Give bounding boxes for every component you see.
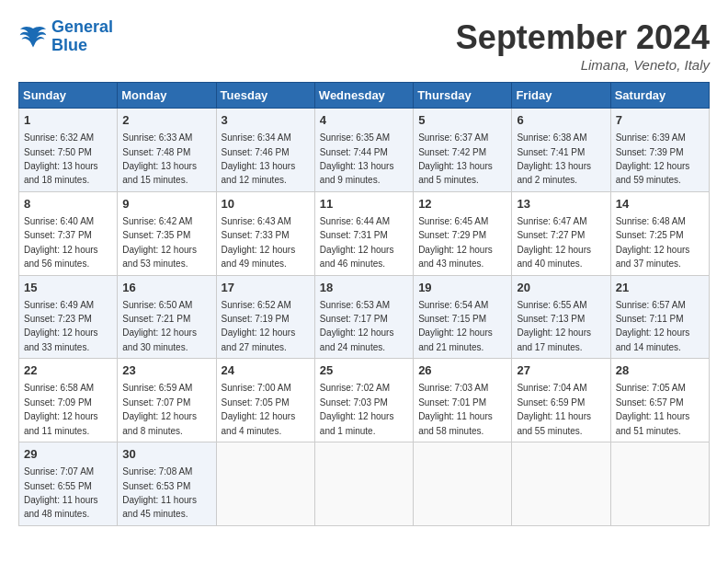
weekday-header-thursday: Thursday bbox=[414, 83, 512, 109]
day-number: 11 bbox=[320, 196, 408, 213]
calendar-cell: 18 Sunrise: 6:53 AMSunset: 7:17 PMDaylig… bbox=[314, 275, 413, 359]
calendar-cell: 21 Sunrise: 6:57 AMSunset: 7:11 PMDaylig… bbox=[610, 275, 709, 359]
calendar-cell: 15 Sunrise: 6:49 AMSunset: 7:23 PMDaylig… bbox=[19, 275, 118, 359]
calendar-cell: 17 Sunrise: 6:52 AMSunset: 7:19 PMDaylig… bbox=[216, 275, 314, 359]
page-header: General Blue September 2024 Limana, Vene… bbox=[18, 18, 710, 73]
calendar-cell bbox=[610, 442, 709, 526]
calendar-week-4: 22 Sunrise: 6:58 AMSunset: 7:09 PMDaylig… bbox=[19, 359, 710, 442]
day-info: Sunrise: 7:02 AMSunset: 7:03 PMDaylight:… bbox=[320, 383, 394, 435]
day-info: Sunrise: 7:08 AMSunset: 6:53 PMDaylight:… bbox=[122, 466, 197, 519]
day-info: Sunrise: 7:00 AMSunset: 7:05 PMDaylight:… bbox=[222, 383, 296, 435]
day-number: 2 bbox=[122, 112, 210, 129]
day-info: Sunrise: 6:58 AMSunset: 7:09 PMDaylight:… bbox=[24, 383, 98, 435]
calendar-week-5: 29 Sunrise: 7:07 AMSunset: 6:55 PMDaylig… bbox=[19, 442, 710, 526]
day-number: 12 bbox=[418, 196, 506, 213]
day-number: 6 bbox=[517, 112, 605, 129]
day-info: Sunrise: 6:59 AMSunset: 7:07 PMDaylight:… bbox=[122, 383, 197, 435]
calendar-cell: 11 Sunrise: 6:44 AMSunset: 7:31 PMDaylig… bbox=[314, 191, 413, 275]
day-number: 27 bbox=[517, 362, 605, 379]
title-block: September 2024 Limana, Veneto, Italy bbox=[456, 18, 710, 73]
day-info: Sunrise: 6:53 AMSunset: 7:17 PMDaylight:… bbox=[320, 300, 394, 352]
calendar-cell: 25 Sunrise: 7:02 AMSunset: 7:03 PMDaylig… bbox=[314, 359, 413, 442]
day-info: Sunrise: 6:57 AMSunset: 7:11 PMDaylight:… bbox=[616, 300, 690, 352]
calendar-table: SundayMondayTuesdayWednesdayThursdayFrid… bbox=[18, 82, 710, 526]
day-number: 25 bbox=[320, 362, 408, 379]
calendar-week-1: 1 Sunrise: 6:32 AMSunset: 7:50 PMDayligh… bbox=[19, 109, 710, 192]
calendar-cell: 9 Sunrise: 6:42 AMSunset: 7:35 PMDayligh… bbox=[118, 191, 216, 275]
day-info: Sunrise: 6:40 AMSunset: 7:37 PMDaylight:… bbox=[24, 216, 98, 269]
day-info: Sunrise: 6:50 AMSunset: 7:21 PMDaylight:… bbox=[122, 300, 197, 352]
calendar-week-2: 8 Sunrise: 6:40 AMSunset: 7:37 PMDayligh… bbox=[19, 191, 710, 275]
day-info: Sunrise: 6:39 AMSunset: 7:39 PMDaylight:… bbox=[616, 132, 690, 185]
day-number: 29 bbox=[24, 446, 112, 463]
day-info: Sunrise: 6:49 AMSunset: 7:23 PMDaylight:… bbox=[24, 300, 98, 352]
day-info: Sunrise: 6:43 AMSunset: 7:33 PMDaylight:… bbox=[222, 216, 296, 269]
calendar-cell: 8 Sunrise: 6:40 AMSunset: 7:37 PMDayligh… bbox=[19, 191, 118, 275]
calendar-cell bbox=[216, 442, 314, 526]
calendar-cell: 26 Sunrise: 7:03 AMSunset: 7:01 PMDaylig… bbox=[414, 359, 512, 442]
calendar-cell bbox=[414, 442, 512, 526]
month-title: September 2024 bbox=[456, 18, 710, 57]
day-number: 16 bbox=[122, 280, 210, 296]
day-info: Sunrise: 6:55 AMSunset: 7:13 PMDaylight:… bbox=[517, 300, 591, 352]
calendar-cell: 10 Sunrise: 6:43 AMSunset: 7:33 PMDaylig… bbox=[216, 191, 314, 275]
calendar-cell: 28 Sunrise: 7:05 AMSunset: 6:57 PMDaylig… bbox=[610, 359, 709, 442]
day-info: Sunrise: 6:44 AMSunset: 7:31 PMDaylight:… bbox=[320, 216, 394, 269]
calendar-cell: 4 Sunrise: 6:35 AMSunset: 7:44 PMDayligh… bbox=[314, 109, 413, 192]
day-number: 15 bbox=[24, 280, 112, 296]
day-info: Sunrise: 6:54 AMSunset: 7:15 PMDaylight:… bbox=[418, 300, 493, 352]
day-info: Sunrise: 6:47 AMSunset: 7:27 PMDaylight:… bbox=[517, 216, 591, 269]
calendar-cell: 30 Sunrise: 7:08 AMSunset: 6:53 PMDaylig… bbox=[118, 442, 216, 526]
day-info: Sunrise: 6:52 AMSunset: 7:19 PMDaylight:… bbox=[222, 300, 296, 352]
calendar-cell: 13 Sunrise: 6:47 AMSunset: 7:27 PMDaylig… bbox=[512, 191, 610, 275]
day-info: Sunrise: 7:04 AMSunset: 6:59 PMDaylight:… bbox=[517, 383, 591, 435]
day-number: 3 bbox=[222, 112, 310, 129]
logo-icon bbox=[18, 24, 48, 50]
day-info: Sunrise: 6:38 AMSunset: 7:41 PMDaylight:… bbox=[517, 132, 591, 185]
day-info: Sunrise: 7:05 AMSunset: 6:57 PMDaylight:… bbox=[616, 383, 690, 435]
day-number: 10 bbox=[222, 196, 310, 213]
day-number: 30 bbox=[122, 446, 210, 463]
day-number: 13 bbox=[517, 196, 605, 213]
calendar-cell: 16 Sunrise: 6:50 AMSunset: 7:21 PMDaylig… bbox=[118, 275, 216, 359]
weekday-header-tuesday: Tuesday bbox=[216, 83, 314, 109]
weekday-header-sunday: Sunday bbox=[19, 83, 118, 109]
calendar-week-3: 15 Sunrise: 6:49 AMSunset: 7:23 PMDaylig… bbox=[19, 275, 710, 359]
calendar-cell: 20 Sunrise: 6:55 AMSunset: 7:13 PMDaylig… bbox=[512, 275, 610, 359]
day-info: Sunrise: 7:03 AMSunset: 7:01 PMDaylight:… bbox=[418, 383, 493, 435]
location: Limana, Veneto, Italy bbox=[456, 57, 710, 73]
day-number: 18 bbox=[320, 280, 408, 296]
day-number: 24 bbox=[222, 362, 310, 379]
day-number: 1 bbox=[24, 112, 112, 129]
weekday-header-wednesday: Wednesday bbox=[314, 83, 413, 109]
calendar-cell: 29 Sunrise: 7:07 AMSunset: 6:55 PMDaylig… bbox=[19, 442, 118, 526]
calendar-cell: 14 Sunrise: 6:48 AMSunset: 7:25 PMDaylig… bbox=[610, 191, 709, 275]
calendar-cell: 22 Sunrise: 6:58 AMSunset: 7:09 PMDaylig… bbox=[19, 359, 118, 442]
calendar-cell: 19 Sunrise: 6:54 AMSunset: 7:15 PMDaylig… bbox=[414, 275, 512, 359]
calendar-cell: 24 Sunrise: 7:00 AMSunset: 7:05 PMDaylig… bbox=[216, 359, 314, 442]
day-number: 5 bbox=[418, 112, 506, 129]
day-number: 21 bbox=[616, 280, 704, 296]
day-number: 14 bbox=[616, 196, 704, 213]
calendar-cell: 1 Sunrise: 6:32 AMSunset: 7:50 PMDayligh… bbox=[19, 109, 118, 192]
logo-text: General Blue bbox=[51, 18, 113, 55]
day-number: 8 bbox=[24, 196, 112, 213]
day-info: Sunrise: 6:42 AMSunset: 7:35 PMDaylight:… bbox=[122, 216, 197, 269]
weekday-header-monday: Monday bbox=[118, 83, 216, 109]
day-info: Sunrise: 6:32 AMSunset: 7:50 PMDaylight:… bbox=[24, 132, 98, 185]
day-info: Sunrise: 6:37 AMSunset: 7:42 PMDaylight:… bbox=[418, 132, 493, 185]
day-number: 26 bbox=[418, 362, 506, 379]
logo: General Blue bbox=[18, 18, 113, 55]
day-number: 19 bbox=[418, 280, 506, 296]
day-info: Sunrise: 6:45 AMSunset: 7:29 PMDaylight:… bbox=[418, 216, 493, 269]
calendar-cell: 23 Sunrise: 6:59 AMSunset: 7:07 PMDaylig… bbox=[118, 359, 216, 442]
calendar-header-row: SundayMondayTuesdayWednesdayThursdayFrid… bbox=[19, 83, 710, 109]
day-info: Sunrise: 6:33 AMSunset: 7:48 PMDaylight:… bbox=[122, 132, 197, 185]
day-number: 28 bbox=[616, 362, 704, 379]
calendar-cell: 2 Sunrise: 6:33 AMSunset: 7:48 PMDayligh… bbox=[118, 109, 216, 192]
calendar-cell bbox=[314, 442, 413, 526]
day-info: Sunrise: 6:48 AMSunset: 7:25 PMDaylight:… bbox=[616, 216, 690, 269]
day-number: 17 bbox=[222, 280, 310, 296]
weekday-header-saturday: Saturday bbox=[610, 83, 709, 109]
day-info: Sunrise: 7:07 AMSunset: 6:55 PMDaylight:… bbox=[24, 466, 98, 519]
